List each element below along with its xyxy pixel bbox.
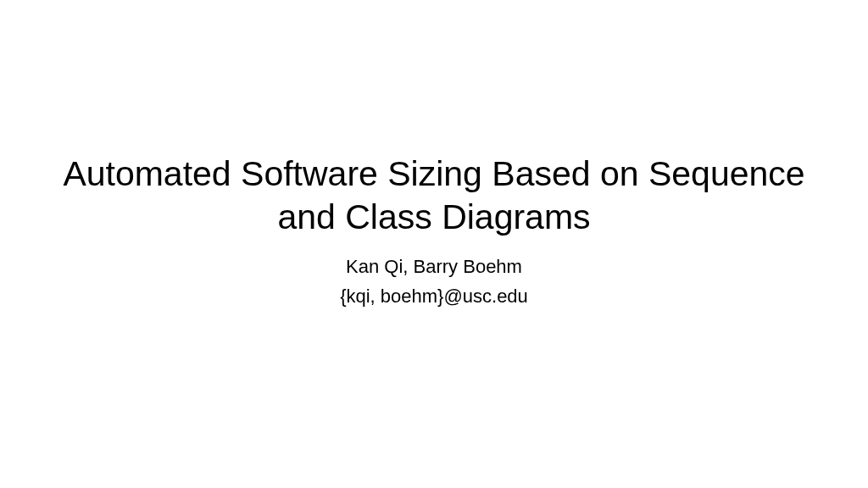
slide-authors: Kan Qi, Barry Boehm [51, 254, 817, 280]
slide-title: Automated Software Sizing Based on Seque… [51, 152, 817, 240]
slide-emails: {kqi, boehm}@usc.edu [51, 284, 817, 310]
slide-content: Automated Software Sizing Based on Seque… [51, 152, 817, 310]
